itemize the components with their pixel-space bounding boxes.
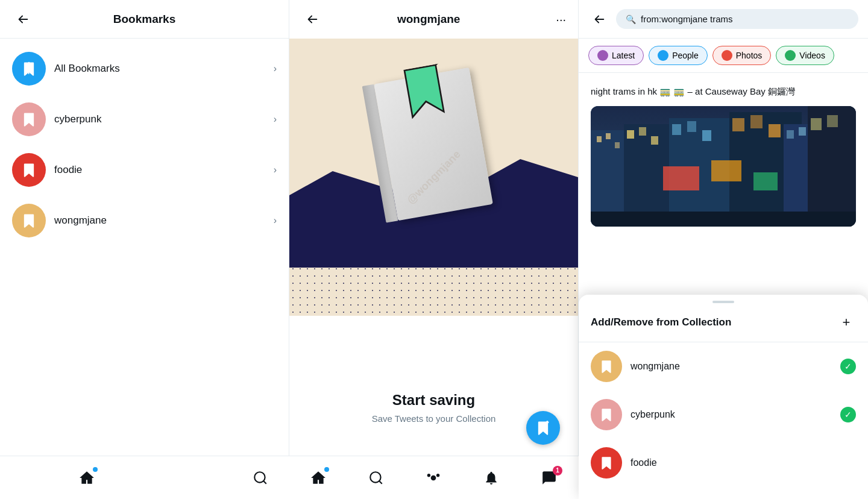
tab-dot-photos	[722, 50, 732, 61]
tab-label-videos: Videos	[799, 51, 825, 60]
panel-collection: wongmjane ··· @wongmjane Start saving Sa…	[289, 0, 579, 499]
check-icon-cyberpunk: ✓	[840, 407, 856, 422]
result-tweet-image	[591, 106, 856, 227]
list-item[interactable]: foodie ›	[0, 145, 289, 195]
book-bookmark-icon	[399, 63, 450, 124]
tab-label-latest: Latest	[612, 51, 635, 60]
collection-option-wongmjane[interactable]: wongmjane ✓	[579, 342, 868, 391]
nav-search-2[interactable]	[363, 465, 389, 491]
svg-rect-20	[615, 142, 620, 148]
svg-rect-30	[732, 118, 744, 131]
bookmarks-title: Bookmarks	[12, 13, 277, 26]
coll-name-foodie: foodie	[631, 457, 856, 468]
svg-rect-27	[687, 121, 696, 132]
modal-add-button[interactable]: +	[837, 313, 856, 332]
collection-art: @wongmjane	[289, 39, 578, 316]
svg-rect-38	[827, 115, 838, 127]
svg-rect-22	[627, 130, 634, 139]
svg-point-15	[436, 473, 439, 476]
search-query-text: from:wongmjane trams	[641, 14, 733, 24]
modal-title: Add/Remove from Collection	[591, 316, 731, 328]
svg-rect-32	[769, 124, 781, 137]
svg-rect-34	[787, 130, 794, 139]
nav-dot	[93, 467, 98, 472]
svg-rect-23	[639, 127, 646, 136]
svg-line-12	[379, 481, 382, 484]
art-dots	[289, 243, 578, 316]
coll-icon-wongmjane	[591, 351, 622, 382]
bookmark-icon-cyberpunk	[12, 102, 46, 136]
list-item[interactable]: wongmjane ›	[0, 195, 289, 246]
panel-search: 🔍 from:wongmjane trams Latest People Pho…	[579, 0, 868, 499]
svg-rect-26	[672, 124, 681, 135]
tab-dot-latest	[597, 50, 608, 61]
collection-option-cyberpunk[interactable]: cyberpunk ✓	[579, 391, 868, 439]
check-icon-wongmjane: ✓	[840, 359, 856, 374]
panel-bookmarks: Bookmarks All Bookmarks › cyberpunk › fo…	[0, 0, 289, 499]
chevron-icon: ›	[274, 165, 277, 175]
empty-title: Start saving	[392, 392, 475, 409]
svg-marker-6	[404, 65, 443, 118]
search-header: 🔍 from:wongmjane trams	[579, 0, 868, 39]
chevron-icon: ›	[274, 63, 277, 74]
nav-home[interactable]	[74, 465, 100, 491]
result-tweet-text: night trams in hk 🚃 🚃 – at Causeway Bay …	[579, 78, 868, 101]
svg-rect-40	[663, 166, 699, 190]
collection-header: wongmjane ···	[289, 0, 578, 39]
nav-search[interactable]	[247, 465, 274, 491]
coll-icon-cyberpunk	[591, 399, 622, 430]
tab-label-photos: Photos	[736, 51, 763, 60]
svg-rect-39	[591, 212, 856, 227]
tab-videos[interactable]: Videos	[776, 46, 834, 65]
tab-people[interactable]: People	[649, 46, 708, 65]
svg-rect-35	[799, 127, 806, 136]
search-bar[interactable]: 🔍 from:wongmjane trams	[616, 9, 858, 29]
bookmark-icon-foodie	[12, 153, 46, 187]
svg-point-13	[431, 475, 436, 480]
bookmark-icon-wongmjane	[12, 204, 46, 237]
svg-rect-28	[702, 130, 711, 141]
nav-dot	[324, 467, 329, 472]
messages-badge-2: 1	[553, 466, 562, 475]
bookmark-icon-all	[12, 52, 46, 86]
add-to-collection-fab[interactable]	[526, 411, 560, 445]
nav-messages-2[interactable]: 1	[536, 465, 562, 491]
svg-rect-37	[811, 118, 822, 130]
chevron-icon: ›	[274, 114, 277, 125]
svg-rect-31	[750, 115, 763, 128]
list-item[interactable]: cyberpunk ›	[0, 94, 289, 145]
svg-rect-19	[606, 133, 611, 139]
tab-photos[interactable]: Photos	[712, 46, 772, 65]
svg-point-1	[254, 472, 265, 482]
coll-name-wongmjane: wongmjane	[631, 361, 840, 372]
chevron-icon: ›	[274, 215, 277, 226]
coll-name-cyberpunk: cyberpunk	[631, 409, 840, 420]
bookmark-item-label: cyberpunk	[54, 113, 274, 125]
nav-home-2[interactable]	[305, 465, 332, 491]
svg-point-11	[370, 472, 380, 482]
bookmarks-header: Bookmarks	[0, 0, 289, 39]
nav-spaces-2[interactable]	[420, 465, 447, 491]
modal-header: Add/Remove from Collection +	[579, 303, 868, 342]
collection-option-foodie[interactable]: foodie	[579, 439, 868, 487]
tab-dot-videos	[785, 50, 796, 61]
collection-modal: Add/Remove from Collection + wongmjane ✓…	[579, 295, 868, 499]
list-item[interactable]: All Bookmarks ›	[0, 43, 289, 94]
svg-rect-41	[711, 160, 741, 181]
nav-notifications-2[interactable]	[478, 465, 505, 491]
bookmark-list: All Bookmarks › cyberpunk › foodie › won…	[0, 39, 289, 499]
bookmark-item-label: foodie	[54, 164, 274, 176]
svg-rect-24	[651, 136, 658, 145]
more-button[interactable]: ···	[556, 13, 566, 27]
svg-line-2	[263, 481, 266, 484]
bookmark-item-label: All Bookmarks	[54, 63, 274, 75]
bottom-nav-2: 1	[289, 456, 578, 499]
bookmark-item-label: wongmjane	[54, 215, 274, 227]
search-back-button[interactable]	[588, 8, 610, 30]
svg-rect-42	[753, 172, 778, 190]
city-image-svg	[591, 106, 856, 227]
tab-label-people: People	[672, 51, 699, 60]
coll-icon-foodie	[591, 447, 622, 479]
collection-title: wongmjane	[301, 13, 556, 26]
tab-latest[interactable]: Latest	[588, 46, 644, 65]
